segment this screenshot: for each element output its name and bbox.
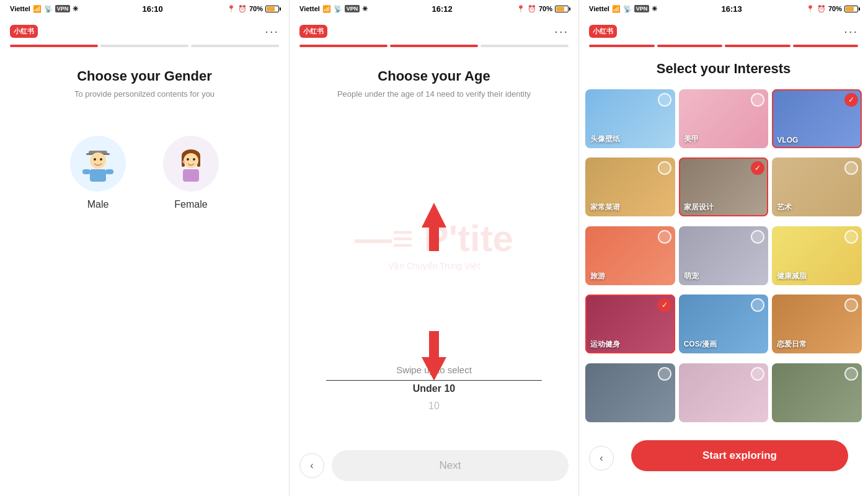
more-menu-2[interactable]: ··· (554, 24, 569, 38)
status-left-3: Viettel 📶 📡 VPN ✳ (589, 5, 657, 13)
interest-item-8[interactable]: 萌宠 (679, 226, 769, 285)
wifi-icon-3: 📡 (623, 5, 632, 13)
interest-label-6: 艺术 (777, 202, 792, 213)
interest-item-12[interactable]: 恋爱日常 (772, 294, 862, 353)
vpn-icon-3: VPN (634, 5, 650, 12)
interest-label-4: 家常菜谱 (590, 202, 620, 213)
progress-seg-1 (10, 45, 98, 47)
battery-label-1: 70% (249, 5, 263, 12)
interest-item-9[interactable]: 健康减脂 (772, 226, 862, 285)
interest-item-4[interactable]: 家常菜谱 (585, 157, 675, 216)
interest-check-10: ✓ (658, 298, 671, 312)
progress-age-1 (299, 45, 388, 47)
logo-3: 小红书 (589, 25, 617, 38)
svg-point-3 (94, 158, 96, 161)
interest-item-2[interactable]: 美甲 (679, 89, 769, 148)
age-opt-1[interactable]: Under 10 (413, 381, 455, 397)
female-figure-svg (169, 142, 213, 185)
time-1: 16:10 (143, 4, 163, 14)
gender-female[interactable]: Female (163, 136, 219, 210)
interest-label-3: VLOG (777, 136, 798, 144)
wifi-icon-2: 📡 (334, 5, 342, 13)
interest-check-5: ✓ (751, 161, 764, 175)
battery-icon-2 (555, 6, 569, 12)
interest-item-14[interactable] (679, 363, 769, 422)
svg-rect-18 (429, 331, 439, 359)
gender-title: Choose your Gender (77, 68, 212, 84)
time-2: 16:12 (432, 4, 453, 14)
gender-options: Male (70, 136, 219, 210)
loc-icon-2: 📍 (516, 5, 525, 13)
interest-item-15[interactable] (772, 363, 862, 422)
alarm-icon-1: ⏰ (238, 5, 247, 13)
sun-icon-2: ✳ (362, 5, 368, 13)
interest-label-2: 美甲 (684, 134, 699, 144)
gender-subtitle: To provide personilzed contents for you (74, 89, 215, 99)
svg-point-4 (100, 158, 102, 161)
interests-grid: 头像壁纸美甲✓VLOG家常菜谱✓家居设计艺术旅游萌宠健康减脂✓运动健身COS/漫… (579, 89, 868, 428)
back-button-2[interactable]: ‹ (299, 453, 324, 478)
sun-icon-3: ✳ (652, 5, 657, 13)
interest-item-3[interactable]: ✓VLOG (772, 89, 862, 148)
interest-item-1[interactable]: 头像壁纸 (585, 89, 675, 148)
svg-point-2 (90, 153, 106, 169)
gender-male[interactable]: Male (70, 136, 126, 210)
status-right-3: 📍 ⏰ 70% (806, 5, 858, 13)
interest-label-8: 萌宠 (684, 271, 699, 281)
interest-check-4 (658, 161, 671, 175)
interest-label-10: 运动健身 (590, 339, 620, 350)
status-left-1: Viettel 📶 📡 VPN ✳ (10, 5, 78, 13)
progress-bar-2 (290, 45, 578, 56)
logo-1: 小红书 (10, 25, 38, 38)
interest-item-10[interactable]: ✓运动健身 (585, 294, 675, 353)
interest-label-12: 恋爱日常 (777, 339, 807, 350)
gender-content: Choose your Gender To provide personilze… (0, 56, 289, 496)
interest-check-13 (658, 367, 671, 381)
back-button-3[interactable]: ‹ (589, 446, 614, 471)
start-exploring-button[interactable]: Start exploring (631, 440, 848, 471)
interest-item-7[interactable]: 旅游 (585, 226, 675, 285)
age-content: Choose your Age People under the age of … (290, 56, 578, 443)
interest-check-12 (844, 298, 858, 312)
age-title: Choose your Age (378, 68, 490, 84)
interest-label-5: 家居设计 (684, 202, 714, 213)
interest-check-8 (751, 230, 764, 244)
top-nav-2: 小红书 ··· (290, 17, 578, 45)
arrow-down-icon (415, 331, 453, 381)
top-nav-3: 小红书 ··· (579, 17, 868, 45)
age-opt-2[interactable]: 10 (428, 398, 440, 414)
svg-rect-17 (429, 226, 439, 251)
interest-label-7: 旅游 (590, 271, 605, 281)
prog-int-1 (589, 45, 655, 47)
bottom-nav-3: ‹ Start exploring (579, 428, 868, 496)
male-figure-svg (76, 142, 120, 185)
battery-label-3: 70% (828, 5, 842, 12)
progress-bar-3 (579, 45, 868, 56)
alarm-icon-2: ⏰ (528, 5, 536, 13)
next-button[interactable]: Next (332, 450, 569, 481)
vpn-icon-2: VPN (345, 5, 360, 12)
wifi-icon-1: 📡 (44, 5, 53, 13)
panel-interests: Viettel 📶 📡 VPN ✳ 16:13 📍 ⏰ 70% 小红书 ··· … (579, 0, 868, 496)
svg-rect-6 (82, 169, 91, 174)
svg-rect-15 (183, 169, 199, 182)
status-right-2: 📍 ⏰ 70% (516, 5, 569, 13)
alarm-icon-3: ⏰ (817, 5, 826, 13)
interests-header: Select your Interests (579, 56, 868, 89)
vpn-icon-1: VPN (55, 5, 71, 12)
interest-item-11[interactable]: COS/漫画 (679, 294, 769, 353)
interest-item-6[interactable]: 艺术 (772, 157, 862, 216)
progress-bar-1 (0, 45, 289, 56)
svg-marker-19 (422, 357, 446, 381)
svg-point-14 (182, 161, 185, 163)
progress-age-3 (480, 45, 569, 47)
more-menu-3[interactable]: ··· (844, 24, 858, 38)
male-avatar (70, 136, 126, 192)
interest-item-5[interactable]: ✓家居设计 (679, 157, 769, 216)
interest-check-7 (658, 230, 671, 244)
status-bar-1: Viettel 📶 📡 VPN ✳ 16:10 📍 ⏰ 70% (0, 0, 289, 17)
interest-item-13[interactable] (585, 363, 675, 422)
age-scroll[interactable]: Under 10 10 (299, 381, 569, 414)
panel-age: Viettel 📶 📡 VPN ✳ 16:12 📍 ⏰ 70% 小红书 ··· … (290, 0, 579, 496)
more-menu-1[interactable]: ··· (265, 24, 279, 38)
